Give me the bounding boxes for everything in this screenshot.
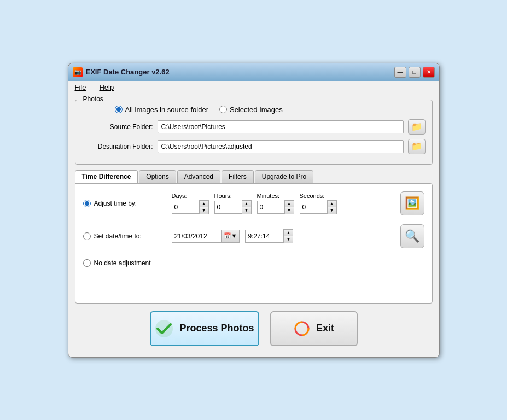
seconds-spinner-buttons: ▲ ▼ [327,200,337,214]
all-images-option[interactable]: All images in source folder [115,106,208,114]
minutes-spinner: ▲ ▼ [257,200,294,214]
set-datetime-option[interactable]: Set date/time to: [83,232,165,240]
set-datetime-label: Set date/time to: [94,232,142,240]
hours-input[interactable] [214,201,242,214]
menu-help[interactable]: Help [97,82,116,92]
photos-group-label: Photos [81,95,106,103]
no-date-label: No date adjustment [94,259,151,267]
time-section: Adjust time by: Days: ▲ ▼ [83,191,424,267]
adjust-time-icon-button[interactable]: 🖼️ [400,191,424,215]
days-spinner: ▲ ▼ [172,200,209,214]
main-content: Photos All images in source folder Selec… [68,94,439,357]
all-images-label: All images in source folder [125,106,208,114]
days-label: Days: [172,192,187,199]
seconds-down-button[interactable]: ▼ [328,207,336,214]
close-button[interactable]: ✕ [423,67,435,78]
time-down-button[interactable]: ▼ [284,236,293,243]
time-up-button[interactable]: ▲ [284,230,293,236]
selected-images-label: Selected Images [230,106,283,114]
maximize-button[interactable]: □ [409,67,421,78]
process-photos-button[interactable]: Process Photos [150,311,259,346]
tab-upgrade[interactable]: Upgrade to Pro [255,170,313,183]
set-datetime-icon-button[interactable]: 🔍 [400,224,424,248]
window-title: EXIF Date Changer v2.62 [86,68,170,76]
seconds-up-button[interactable]: ▲ [328,201,336,207]
selected-images-option[interactable]: Selected Images [219,106,283,114]
source-folder-browse-button[interactable]: 📁 [408,119,426,135]
adjust-time-radio[interactable] [83,200,91,207]
days-down-button[interactable]: ▼ [200,207,208,214]
title-buttons: — □ ✕ [394,67,435,78]
no-date-row: No date adjustment [83,259,424,267]
set-datetime-radio[interactable] [83,232,91,240]
datetime-inputs: 📅▼ ▲ ▼ [172,229,294,243]
tab-filters[interactable]: Filters [222,170,254,183]
hours-down-button[interactable]: ▼ [242,207,251,214]
source-folder-label: Source Folder: [82,123,153,131]
title-bar-left: 📷 EXIF Date Changer v2.62 [73,67,170,77]
tab-time-difference[interactable]: Time Difference [75,170,138,183]
calendar-button[interactable]: 📅▼ [221,230,240,243]
checkmark-icon [154,319,174,339]
exit-button[interactable]: Exit [270,311,358,346]
days-up-button[interactable]: ▲ [200,201,208,207]
selected-images-radio[interactable] [219,106,227,113]
minimize-button[interactable]: — [394,67,406,78]
seconds-label: Seconds: [300,192,325,199]
seconds-spinner: ▲ ▼ [300,200,337,214]
days-spinner-buttons: ▲ ▼ [199,200,209,214]
seconds-input[interactable] [300,201,327,214]
all-images-radio[interactable] [115,106,123,113]
app-icon: 📷 [73,67,83,77]
dest-folder-browse-button[interactable]: 📁 [408,139,426,154]
adjust-time-option[interactable]: Adjust time by: [83,200,165,207]
exit-spinner-icon [293,320,311,337]
source-folder-input[interactable] [158,120,404,133]
exit-label: Exit [316,323,334,334]
process-photos-label: Process Photos [179,323,254,334]
tab-content: Adjust time by: Days: ▲ ▼ [75,183,433,304]
time-input[interactable] [245,230,283,243]
tab-options[interactable]: Options [139,170,176,183]
minutes-down-button[interactable]: ▼ [285,207,294,214]
image-selection-row: All images in source folder Selected Ima… [82,106,426,114]
menu-file[interactable]: File [73,82,89,92]
no-date-option[interactable]: No date adjustment [83,259,165,267]
menubar: File Help [68,81,439,94]
hours-label: Hours: [214,192,232,199]
seconds-field-group: Seconds: ▲ ▼ [300,192,337,214]
adjust-time-label: Adjust time by: [94,200,137,207]
hours-spinner-buttons: ▲ ▼ [242,200,252,214]
dest-folder-input[interactable] [158,140,404,153]
days-input[interactable] [172,201,199,214]
time-spinner-buttons: ▲ ▼ [283,229,293,243]
hours-up-button[interactable]: ▲ [242,201,251,207]
dest-folder-row: Destination Folder: 📁 [82,139,426,154]
minutes-field-group: Minutes: ▲ ▼ [257,192,294,214]
date-input-wrap: 📅▼ [172,230,240,243]
bottom-buttons: Process Photos Exit [75,311,433,352]
adjust-time-row: Adjust time by: Days: ▲ ▼ [83,191,424,215]
date-input[interactable] [172,230,221,243]
set-datetime-row: Set date/time to: 📅▼ ▲ ▼ [83,224,424,248]
main-window: 📷 EXIF Date Changer v2.62 — □ ✕ File Hel… [68,63,440,358]
hours-spinner: ▲ ▼ [214,200,252,214]
tabs-row: Time Difference Options Advanced Filters… [75,170,433,183]
time-fields: Days: ▲ ▼ Hours: [172,192,337,214]
days-field-group: Days: ▲ ▼ [172,192,209,214]
time-input-wrap: ▲ ▼ [245,229,293,243]
tab-advanced[interactable]: Advanced [177,170,220,183]
no-date-radio[interactable] [83,259,91,267]
minutes-spinner-buttons: ▲ ▼ [284,200,294,214]
minutes-up-button[interactable]: ▲ [285,201,294,207]
hours-field-group: Hours: ▲ ▼ [214,192,252,214]
dest-folder-label: Destination Folder: [82,143,153,150]
minutes-label: Minutes: [257,192,280,199]
source-folder-row: Source Folder: 📁 [82,119,426,135]
title-bar: 📷 EXIF Date Changer v2.62 — □ ✕ [68,63,439,81]
photos-group: Photos All images in source folder Selec… [75,100,433,165]
minutes-input[interactable] [257,201,284,214]
